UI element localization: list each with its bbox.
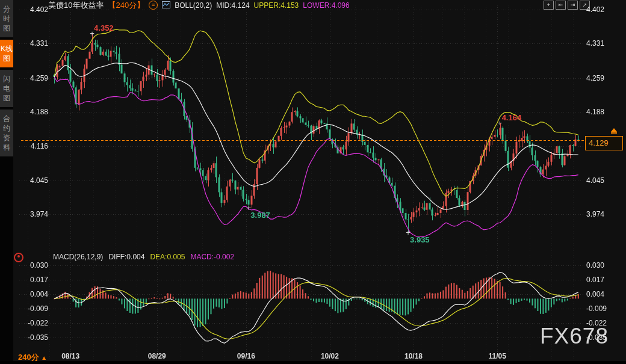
macd-axis-label-right: 0.017 — [586, 276, 620, 284]
boll-lower-value: LOWER:4.096 — [303, 1, 349, 10]
macd-axis-label-left: -0.009 — [18, 304, 48, 313]
indicator-chart-icon[interactable] — [162, 0, 170, 11]
price-marker-icon — [610, 128, 618, 134]
current-price-label: 4.129 — [585, 136, 623, 150]
sidebar-tab-分时图[interactable]: 分时图 — [0, 0, 13, 37]
sidebar-tab-K线图[interactable]: K线图 — [0, 40, 13, 67]
crosshair-tool-icon[interactable]: + — [544, 1, 554, 10]
macd-axis-label-left: -0.022 — [18, 319, 48, 327]
macd-label: MACD(26,12,9) — [53, 253, 103, 261]
price-annotation: 4.352 — [94, 23, 114, 32]
y-axis-label-right: 4.259 — [586, 74, 620, 82]
settings-icon[interactable]: ≡ — [149, 1, 158, 10]
sidebar-tab-闪电图[interactable]: 闪电图 — [0, 70, 13, 107]
chart-header: 美债10年收益率 【240分】 ≡ BOLL(20,2) MID:4.124 U… — [48, 1, 350, 10]
pan-left-icon[interactable]: ⇤ — [556, 1, 566, 10]
pan-right-icon[interactable]: ⇥ — [568, 1, 578, 10]
sidebar-tab-合约资料[interactable]: 合约资料 — [0, 110, 13, 156]
chart-toolbar: +⇤⇥↗ — [544, 1, 590, 10]
boll-mid-value: MID:4.124 — [216, 1, 249, 10]
y-axis-label-left: 4.045 — [18, 176, 48, 185]
y-axis-label-left: 4.402 — [18, 5, 48, 14]
y-axis-label-left: 3.974 — [18, 210, 48, 218]
bottom-strip — [0, 361, 626, 364]
boll-upper-value: UPPER:4.153 — [254, 1, 299, 10]
price-annotation: 4.164 — [502, 113, 522, 122]
x-axis-date-label: 08/13 — [57, 352, 84, 360]
y-axis-label-right: 4.331 — [586, 39, 620, 48]
y-axis-label-left: 4.331 — [18, 39, 48, 48]
chart-canvas[interactable] — [0, 0, 626, 364]
macd-axis-label-left: 0.017 — [18, 276, 48, 284]
macd-axis-label-left: 0.030 — [18, 261, 48, 270]
sidebar: 分时图K线图闪电图合约资料 — [0, 0, 13, 364]
y-axis-label-left: 4.188 — [18, 108, 48, 116]
page-title: 美债10年收益率 — [48, 0, 104, 11]
macd-axis-label-right: -0.035 — [586, 333, 620, 342]
chart-window: 美债10年收益率 【240分】 ≡ BOLL(20,2) MID:4.124 U… — [0, 0, 626, 364]
macd-dea-value: DEA:0.005 — [150, 253, 185, 261]
x-axis-date-label: 09/16 — [232, 352, 260, 360]
boll-label: BOLL(20,2) — [175, 1, 212, 10]
x-axis-date-label: 10/18 — [400, 352, 427, 360]
interval-badge: 【240分】 — [108, 0, 144, 11]
price-annotation: 3.935 — [410, 235, 430, 244]
macd-axis-label-right: 0.030 — [586, 261, 620, 270]
macd-macd-value: MACD:-0.002 — [190, 253, 234, 261]
y-axis-label-right: 3.974 — [586, 210, 620, 218]
y-axis-label-left: 4.259 — [18, 74, 48, 82]
x-axis-date-label: 11/05 — [483, 352, 511, 360]
macd-header: MACD(26,12,9) DIFF:0.004 DEA:0.005 MACD:… — [53, 253, 234, 261]
y-axis-label-left: 4.116 — [18, 142, 48, 150]
macd-axis-label-left: -0.035 — [18, 333, 48, 342]
x-axis-date-label: 10/02 — [316, 352, 344, 360]
macd-axis-label-right: -0.022 — [586, 319, 620, 327]
macd-axis-label-right: -0.009 — [586, 304, 620, 313]
y-axis-label-right: 4.188 — [586, 108, 620, 116]
macd-diff-value: DIFF:0.004 — [108, 253, 144, 261]
price-annotation: 3.987 — [250, 211, 270, 220]
interval-selector-arrow-icon: ▲ — [41, 354, 47, 361]
y-axis-label-right: 4.045 — [586, 176, 620, 185]
macd-axis-label-left: 0.004 — [18, 290, 48, 298]
interval-selector-label: 240分 — [18, 353, 39, 362]
y-axis-label-right: 4.402 — [586, 5, 620, 14]
x-axis-date-label: 08/29 — [143, 352, 171, 360]
macd-axis-label-right: 0.004 — [586, 290, 620, 298]
